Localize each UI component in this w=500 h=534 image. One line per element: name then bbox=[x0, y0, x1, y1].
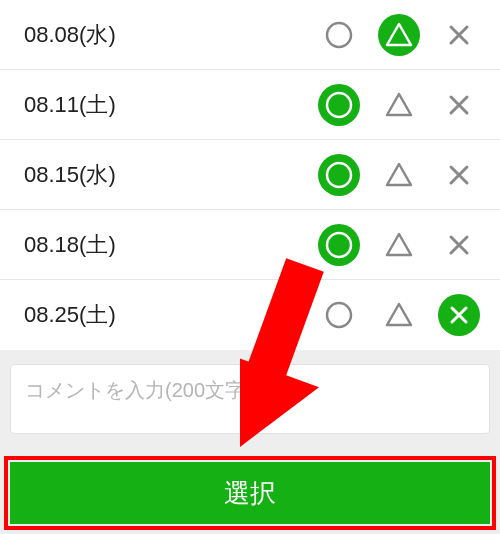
date-row: 08.11(土) bbox=[0, 70, 500, 140]
option-triangle[interactable] bbox=[378, 84, 420, 126]
circle-icon bbox=[324, 160, 354, 190]
date-label: 08.18(土) bbox=[24, 230, 318, 260]
date-row: 08.15(水) bbox=[0, 140, 500, 210]
date-row: 08.25(土) bbox=[0, 280, 500, 350]
option-group bbox=[318, 294, 480, 336]
option-circle[interactable] bbox=[318, 294, 360, 336]
option-cross[interactable] bbox=[438, 294, 480, 336]
date-row: 08.08(水) bbox=[0, 0, 500, 70]
option-group bbox=[318, 84, 480, 126]
triangle-icon bbox=[384, 20, 414, 50]
comment-box bbox=[10, 364, 490, 434]
option-group bbox=[318, 14, 480, 56]
cross-icon bbox=[446, 92, 472, 118]
svg-marker-9 bbox=[387, 164, 411, 185]
triangle-icon bbox=[384, 300, 414, 330]
option-group bbox=[318, 154, 480, 196]
option-group bbox=[318, 224, 480, 266]
triangle-icon bbox=[384, 160, 414, 190]
date-option-list: 08.08(水) 08.11(土) 08 bbox=[0, 0, 500, 350]
date-label: 08.11(土) bbox=[24, 90, 318, 120]
circle-icon bbox=[324, 300, 354, 330]
date-row: 08.18(土) bbox=[0, 210, 500, 280]
cross-icon bbox=[446, 162, 472, 188]
triangle-icon bbox=[384, 230, 414, 260]
date-label: 08.08(水) bbox=[24, 20, 318, 50]
svg-marker-17 bbox=[387, 304, 411, 325]
option-circle[interactable] bbox=[318, 84, 360, 126]
submit-bar: 選択 bbox=[0, 452, 500, 534]
svg-point-16 bbox=[327, 303, 351, 327]
option-cross[interactable] bbox=[438, 14, 480, 56]
cross-icon bbox=[446, 232, 472, 258]
svg-point-0 bbox=[327, 23, 351, 47]
svg-marker-1 bbox=[387, 24, 411, 45]
option-circle[interactable] bbox=[318, 154, 360, 196]
date-label: 08.15(水) bbox=[24, 160, 318, 190]
comment-input[interactable] bbox=[25, 377, 475, 421]
circle-icon bbox=[324, 20, 354, 50]
svg-marker-13 bbox=[387, 234, 411, 255]
triangle-icon bbox=[384, 90, 414, 120]
submit-label: 選択 bbox=[224, 476, 276, 511]
svg-point-8 bbox=[327, 163, 351, 187]
svg-point-4 bbox=[327, 93, 351, 117]
option-cross[interactable] bbox=[438, 224, 480, 266]
option-triangle[interactable] bbox=[378, 294, 420, 336]
option-cross[interactable] bbox=[438, 154, 480, 196]
option-circle[interactable] bbox=[318, 224, 360, 266]
option-triangle[interactable] bbox=[378, 224, 420, 266]
cross-icon bbox=[446, 22, 472, 48]
date-label: 08.25(土) bbox=[24, 300, 318, 330]
svg-point-12 bbox=[327, 233, 351, 257]
option-triangle[interactable] bbox=[378, 14, 420, 56]
svg-marker-5 bbox=[387, 94, 411, 115]
cross-icon bbox=[446, 302, 472, 328]
option-circle[interactable] bbox=[318, 14, 360, 56]
submit-button[interactable]: 選択 bbox=[10, 462, 490, 524]
option-triangle[interactable] bbox=[378, 154, 420, 196]
circle-icon bbox=[324, 230, 354, 260]
circle-icon bbox=[324, 90, 354, 120]
option-cross[interactable] bbox=[438, 84, 480, 126]
